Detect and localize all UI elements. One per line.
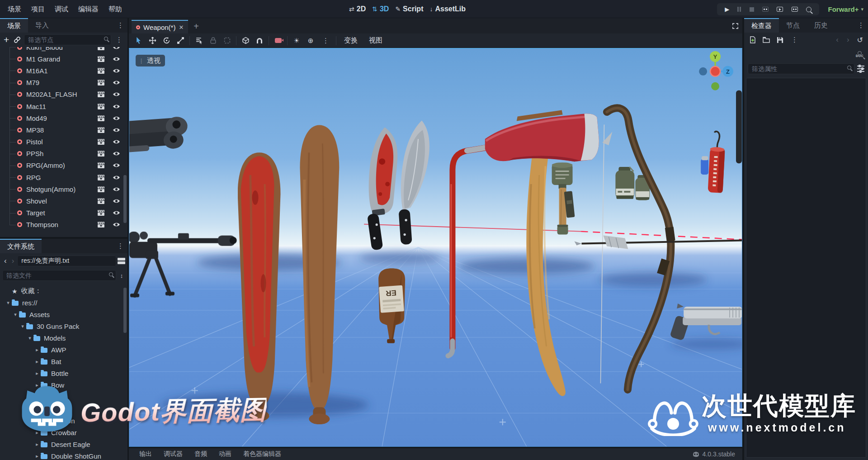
play-button[interactable]: ▶ bbox=[725, 6, 729, 13]
new-resource-button[interactable] bbox=[748, 36, 758, 43]
tab-inspector[interactable]: 检查器 bbox=[744, 18, 779, 33]
preview-environment-icon[interactable]: ⊕ bbox=[306, 36, 316, 46]
open-instance-icon[interactable] bbox=[97, 186, 105, 193]
expand-arrow-icon[interactable] bbox=[33, 418, 41, 424]
view-menu[interactable]: 视图 bbox=[365, 36, 386, 45]
visibility-toggle-icon[interactable] bbox=[113, 151, 120, 156]
menu-item[interactable]: 项目 bbox=[26, 3, 50, 15]
move-tool-icon[interactable] bbox=[147, 36, 157, 46]
movie-mode-button[interactable] bbox=[806, 7, 811, 12]
workspace-tab[interactable]: AssetLib bbox=[429, 5, 466, 13]
file-filter-input[interactable] bbox=[2, 270, 116, 281]
open-instance-icon[interactable] bbox=[97, 138, 105, 145]
add-node-button[interactable]: + bbox=[2, 34, 10, 45]
menu-item[interactable]: 帮助 bbox=[104, 3, 127, 15]
visibility-toggle-icon[interactable] bbox=[113, 104, 120, 109]
file-tree-row[interactable]: Cannon bbox=[0, 415, 127, 427]
history-back-icon[interactable]: ‹ bbox=[834, 35, 840, 44]
scale-tool-icon[interactable] bbox=[175, 36, 185, 46]
file-tree-row[interactable]: Models bbox=[0, 332, 127, 344]
open-instance-icon[interactable] bbox=[97, 67, 105, 74]
expand-arrow-icon[interactable] bbox=[33, 359, 41, 365]
inspector-menu-icon[interactable]: ⋮ bbox=[855, 20, 867, 30]
workspace-tab[interactable]: 2D bbox=[349, 5, 366, 13]
file-tree-scrollbar[interactable] bbox=[123, 288, 127, 333]
lock-selected-icon[interactable] bbox=[208, 36, 218, 46]
list-select-tool-icon[interactable] bbox=[194, 36, 204, 46]
snap-toggle-icon[interactable] bbox=[255, 36, 264, 46]
open-instance-icon[interactable] bbox=[97, 209, 105, 216]
filter-settings-icon[interactable] bbox=[857, 66, 864, 72]
new-scene-tab-button[interactable]: + bbox=[188, 21, 204, 33]
visibility-toggle-icon[interactable] bbox=[113, 210, 120, 216]
current-path-field[interactable] bbox=[17, 256, 116, 266]
open-instance-icon[interactable] bbox=[97, 127, 105, 133]
scene-node-row[interactable]: Mac11 bbox=[0, 100, 127, 112]
scene-node-row[interactable]: MP38 bbox=[0, 124, 127, 136]
scene-node-row[interactable]: M16A1 bbox=[0, 65, 127, 76]
open-instance-icon[interactable] bbox=[97, 56, 105, 62]
tab-history[interactable]: 历史 bbox=[807, 18, 835, 33]
visibility-toggle-icon[interactable] bbox=[113, 115, 120, 121]
open-instance-icon[interactable] bbox=[97, 150, 105, 157]
menu-item[interactable]: 场景 bbox=[3, 3, 26, 15]
expand-arrow-icon[interactable] bbox=[26, 335, 33, 341]
visibility-toggle-icon[interactable] bbox=[113, 186, 120, 192]
scene-tab-weapon[interactable]: Weapon(*) ✕ bbox=[132, 20, 188, 33]
tab-files[interactable]: 文件系统 bbox=[0, 239, 42, 253]
expand-arrow-icon[interactable] bbox=[33, 370, 41, 376]
scene-node-row[interactable]: RPG bbox=[0, 171, 127, 183]
workspace-tab[interactable]: 3D bbox=[372, 5, 389, 13]
file-tree-row[interactable]: Desert Eagle bbox=[0, 438, 127, 450]
visibility-toggle-icon[interactable] bbox=[113, 139, 120, 145]
menu-item[interactable]: 编辑器 bbox=[73, 3, 104, 15]
expand-arrow-icon[interactable] bbox=[19, 323, 26, 329]
visibility-toggle-icon[interactable] bbox=[113, 198, 120, 204]
scene-node-row[interactable]: Thompson bbox=[0, 219, 127, 231]
scene-node-row[interactable]: M202A1_FLASH bbox=[0, 89, 127, 100]
open-instance-icon[interactable] bbox=[97, 47, 105, 51]
scene-filter-input[interactable] bbox=[24, 34, 111, 45]
preview-sun-icon[interactable]: ☀ bbox=[292, 36, 302, 46]
save-resource-button[interactable] bbox=[775, 37, 785, 43]
visibility-toggle-icon[interactable] bbox=[113, 68, 120, 74]
edit-history-icon[interactable]: ↺ bbox=[856, 36, 864, 44]
expand-arrow-icon[interactable] bbox=[33, 347, 41, 353]
scene-node-row[interactable]: PPSh bbox=[0, 148, 127, 160]
file-tree-row[interactable] bbox=[0, 391, 127, 403]
file-tree-row[interactable] bbox=[0, 403, 127, 415]
visibility-toggle-icon[interactable] bbox=[113, 127, 120, 133]
scene-dock-menu-icon[interactable]: ⋮ bbox=[114, 20, 127, 30]
viewport-3d[interactable]: ER bbox=[129, 48, 742, 447]
pause-button[interactable] bbox=[737, 7, 741, 12]
open-instance-icon[interactable] bbox=[97, 198, 105, 204]
sort-files-icon[interactable]: ↕ bbox=[118, 272, 125, 279]
expand-arrow-icon[interactable] bbox=[33, 406, 41, 412]
stop-button[interactable] bbox=[750, 7, 754, 12]
expand-arrow-icon[interactable] bbox=[5, 300, 12, 306]
file-tree-row[interactable]: Crowbar bbox=[0, 427, 127, 438]
menu-item[interactable]: 调试 bbox=[50, 3, 73, 15]
visibility-toggle-icon[interactable] bbox=[113, 162, 120, 168]
bottom-panel-tab[interactable]: 音频 bbox=[189, 450, 213, 458]
projection-selector[interactable]: ⋮ 透视 bbox=[136, 55, 165, 66]
select-tool-icon[interactable] bbox=[133, 36, 143, 46]
expand-viewport-icon[interactable] bbox=[732, 23, 739, 31]
open-instance-icon[interactable] bbox=[97, 174, 105, 181]
nav-back-icon[interactable]: ‹ bbox=[2, 256, 9, 266]
instance-scene-button[interactable] bbox=[12, 36, 22, 43]
file-tree-row[interactable]: AWP bbox=[0, 344, 127, 356]
file-tree-row[interactable]: 收藏： bbox=[0, 285, 127, 297]
scene-node-row[interactable]: M1 Garand bbox=[0, 53, 127, 65]
lighter[interactable] bbox=[701, 156, 708, 175]
scene-node-row[interactable]: Mod49 bbox=[0, 112, 127, 124]
split-view-icon[interactable] bbox=[118, 258, 125, 264]
preview-settings-menu-icon[interactable]: ⋮ bbox=[320, 36, 332, 46]
remote-debug-button[interactable] bbox=[762, 7, 769, 12]
tab-scene[interactable]: 场景 bbox=[0, 18, 28, 33]
visibility-toggle-icon[interactable] bbox=[113, 80, 120, 85]
scene-node-row[interactable]: RPG(Ammo) bbox=[0, 160, 127, 171]
property-filter-input[interactable] bbox=[748, 63, 854, 74]
visibility-toggle-icon[interactable] bbox=[113, 91, 120, 97]
scene-node-row[interactable]: Shotgun(Ammo) bbox=[0, 183, 127, 195]
